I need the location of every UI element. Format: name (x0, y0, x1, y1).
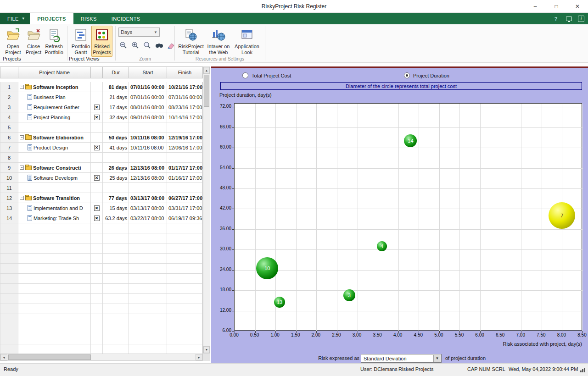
table-row[interactable]: 11 (0, 183, 203, 193)
risk-cell[interactable] (91, 324, 103, 334)
header-start[interactable]: Start (129, 66, 167, 78)
duration-cell[interactable]: 32 days (103, 112, 129, 122)
table-row[interactable] (0, 284, 203, 294)
table-row[interactable] (0, 334, 203, 344)
table-row[interactable]: 14Marketing: Trade Sh✕63.2 days03/22/17 … (0, 213, 203, 223)
row-number[interactable]: 10 (0, 173, 18, 183)
finish-cell[interactable] (167, 264, 203, 274)
start-cell[interactable]: 07/01/16 00:00 (129, 82, 167, 92)
project-name-cell[interactable]: −Software Transition (18, 193, 91, 203)
risk-cell[interactable] (91, 274, 103, 284)
minimize-button[interactable]: – (525, 0, 546, 13)
row-number[interactable]: 14 (0, 213, 18, 223)
row-number[interactable]: 4 (0, 112, 18, 122)
risk-checkbox[interactable]: ✕ (94, 105, 100, 110)
duration-cell[interactable]: 21 days (103, 92, 129, 102)
table-row[interactable]: 1−Software Inception81 days07/01/16 00:0… (0, 82, 203, 92)
tab-projects[interactable]: PROJECTS (30, 13, 73, 24)
finish-cell[interactable] (167, 284, 203, 294)
project-name-cell[interactable] (18, 294, 91, 304)
duration-cell[interactable] (103, 324, 129, 334)
row-number[interactable] (0, 243, 18, 254)
finish-cell[interactable] (167, 223, 203, 233)
project-name-cell[interactable] (18, 183, 91, 193)
risk-cell[interactable] (91, 153, 103, 163)
chevron-down-icon[interactable]: ▼ (433, 355, 441, 362)
table-row[interactable] (0, 304, 203, 314)
duration-cell[interactable] (103, 294, 129, 304)
risk-cell[interactable] (91, 163, 103, 173)
risk-cell[interactable]: ✕ (91, 143, 103, 153)
risk-cell[interactable] (91, 82, 103, 92)
row-number[interactable] (0, 324, 18, 334)
close-project-button[interactable]: Close Project (23, 26, 44, 57)
risk-cell[interactable] (91, 264, 103, 274)
horizontal-scrollbar[interactable]: ◄ ► (0, 354, 203, 361)
project-name-cell[interactable] (18, 324, 91, 334)
start-cell[interactable] (129, 334, 167, 344)
project-name-cell[interactable] (18, 314, 91, 324)
scroll-left-icon[interactable]: ◄ (0, 354, 7, 360)
open-project-button[interactable]: Open Project (3, 26, 23, 57)
duration-cell[interactable]: 50 days (103, 133, 129, 143)
finish-cell[interactable]: 03/31/17 17:00 (167, 203, 203, 213)
risk-cell[interactable] (91, 304, 103, 314)
start-cell[interactable]: 08/01/16 08:00 (129, 102, 167, 112)
tab-file[interactable]: FILE ▼ (0, 13, 30, 24)
scroll-right-icon[interactable]: ► (196, 354, 202, 360)
header-dur[interactable]: Dur (103, 66, 129, 78)
close-button[interactable]: ✕ (567, 0, 588, 13)
risk-cell[interactable] (91, 183, 103, 193)
risk-cell[interactable] (91, 314, 103, 324)
duration-cell[interactable] (103, 153, 129, 163)
risk-cell[interactable] (91, 233, 103, 243)
row-number[interactable]: 12 (0, 193, 18, 203)
duration-cell[interactable]: 15 days (103, 203, 129, 213)
start-cell[interactable] (129, 304, 167, 314)
finish-cell[interactable]: 06/27/17 17:00 (167, 193, 203, 203)
table-row[interactable] (0, 254, 203, 264)
finish-cell[interactable] (167, 122, 203, 133)
zoom-window-icon[interactable] (142, 40, 152, 50)
project-name-cell[interactable] (18, 334, 91, 344)
project-bubble-10[interactable]: 10 (256, 257, 278, 279)
duration-cell[interactable]: 81 days (103, 82, 129, 92)
row-number[interactable]: 6 (0, 133, 18, 143)
project-name-cell[interactable]: Requirement Gather (18, 102, 91, 112)
project-name-cell[interactable]: −Software Inception (18, 82, 91, 92)
start-cell[interactable] (129, 274, 167, 284)
start-cell[interactable] (129, 254, 167, 264)
start-cell[interactable]: 03/13/17 08:00 (129, 203, 167, 213)
risk-cell[interactable] (91, 122, 103, 133)
finish-cell[interactable] (167, 183, 203, 193)
duration-cell[interactable] (103, 223, 129, 233)
info-icon[interactable]: i (578, 16, 584, 22)
finish-cell[interactable]: 12/06/16 17:00 (167, 143, 203, 153)
duration-cell[interactable]: 63.2 days (103, 213, 129, 223)
project-name-cell[interactable]: −Software Constructi (18, 163, 91, 173)
vertical-scrollbar[interactable]: ▲ ▼ (203, 66, 210, 354)
table-row[interactable]: 4Project Planning✕32 days09/01/16 08:001… (0, 112, 203, 122)
finish-cell[interactable]: 12/19/16 17:00 (167, 133, 203, 143)
row-number[interactable] (0, 334, 18, 344)
project-name-cell[interactable] (18, 233, 91, 243)
project-name-cell[interactable] (18, 122, 91, 133)
start-cell[interactable]: 10/11/16 08:00 (129, 133, 167, 143)
start-cell[interactable] (129, 183, 167, 193)
radio-project-duration[interactable] (404, 72, 410, 78)
duration-cell[interactable] (103, 344, 129, 354)
table-row[interactable]: 12−Software Transition77 days03/13/17 08… (0, 193, 203, 203)
finish-cell[interactable] (167, 243, 203, 254)
finish-cell[interactable] (167, 324, 203, 334)
project-name-cell[interactable]: Product Design (18, 143, 91, 153)
risk-cell[interactable] (91, 334, 103, 344)
table-row[interactable]: 8 (0, 153, 203, 163)
risk-cell[interactable]: ✕ (91, 112, 103, 122)
project-name-cell[interactable]: Business Plan (18, 92, 91, 102)
project-name-cell[interactable] (18, 344, 91, 354)
finish-cell[interactable] (167, 344, 203, 354)
duration-cell[interactable] (103, 334, 129, 344)
tab-risks[interactable]: RISKS (73, 13, 104, 24)
project-name-cell[interactable] (18, 243, 91, 254)
project-bubble-3[interactable]: 3 (343, 289, 355, 301)
